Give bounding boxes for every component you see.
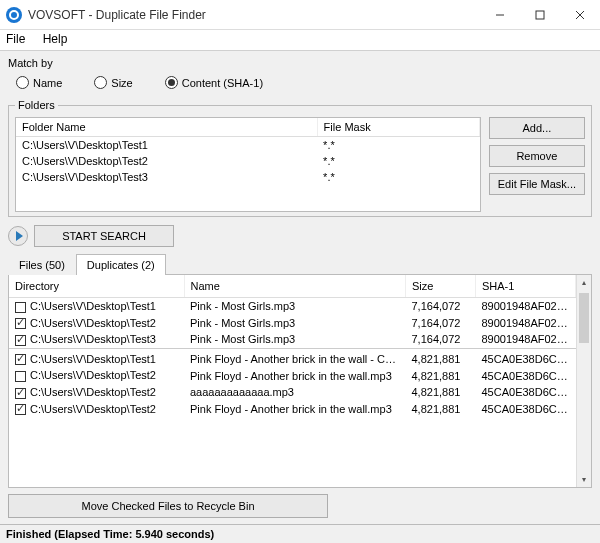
- scrollbar-thumb[interactable]: [579, 293, 589, 343]
- match-by-group: Match by Name Size Content (SHA-1): [8, 57, 592, 93]
- maximize-button[interactable]: [520, 0, 560, 29]
- folder-buttons: Add... Remove Edit File Mask...: [489, 117, 585, 212]
- folders-legend: Folders: [15, 99, 58, 111]
- folder-mask: *.*: [317, 153, 479, 169]
- scroll-down-icon[interactable]: ▾: [577, 472, 591, 487]
- result-row[interactable]: C:\Users\V\Desktop\Test1Pink - Most Girl…: [9, 298, 576, 315]
- cell-sha1: 45CA0E38D6CA...: [476, 367, 576, 384]
- folders-table[interactable]: Folder Name File Mask C:\Users\V\Desktop…: [15, 117, 481, 212]
- folder-mask: *.*: [317, 169, 479, 185]
- cell-name: Pink Floyd - Another brick in the wall.m…: [184, 401, 406, 418]
- cell-sha1: 45CA0E38D6CA...: [476, 348, 576, 367]
- cell-size: 7,164,072: [406, 298, 476, 315]
- result-row[interactable]: C:\Users\V\Desktop\Test2aaaaaaaaaaaaa.mp…: [9, 384, 576, 401]
- radio-icon: [16, 76, 29, 89]
- search-row: START SEARCH: [8, 225, 592, 247]
- tab-files[interactable]: Files (50): [8, 254, 76, 275]
- add-button[interactable]: Add...: [489, 117, 585, 139]
- folder-row[interactable]: C:\Users\V\Desktop\Test1*.*: [16, 137, 479, 154]
- cell-size: 7,164,072: [406, 331, 476, 348]
- col-size[interactable]: Size: [406, 275, 476, 298]
- remove-button[interactable]: Remove: [489, 145, 585, 167]
- checkbox[interactable]: [15, 388, 26, 399]
- radio-icon: [94, 76, 107, 89]
- cell-name: aaaaaaaaaaaaa.mp3: [184, 384, 406, 401]
- cell-sha1: 45CA0E38D6CA...: [476, 401, 576, 418]
- result-tabs: Files (50) Duplicates (2): [8, 253, 592, 275]
- checkbox[interactable]: [15, 335, 26, 346]
- title-bar: VOVSOFT - Duplicate File Finder: [0, 0, 600, 30]
- col-file-mask[interactable]: File Mask: [317, 118, 479, 137]
- col-directory[interactable]: Directory: [9, 275, 184, 298]
- tab-duplicates[interactable]: Duplicates (2): [76, 254, 166, 275]
- app-logo-icon: [6, 7, 22, 23]
- checkbox[interactable]: [15, 302, 26, 313]
- cell-size: 4,821,881: [406, 348, 476, 367]
- cell-name: Pink Floyd - Another brick in the wall.m…: [184, 367, 406, 384]
- svg-rect-1: [536, 11, 544, 19]
- folder-path: C:\Users\V\Desktop\Test2: [16, 153, 317, 169]
- checkbox[interactable]: [15, 318, 26, 329]
- cell-sha1: 89001948AF020...: [476, 331, 576, 348]
- radio-name[interactable]: Name: [16, 76, 62, 89]
- move-to-recycle-button[interactable]: Move Checked Files to Recycle Bin: [8, 494, 328, 518]
- status-text: Finished (Elapsed Time: 5.940 seconds): [6, 528, 214, 540]
- result-row[interactable]: C:\Users\V\Desktop\Test2Pink - Most Girl…: [9, 315, 576, 332]
- result-row[interactable]: C:\Users\V\Desktop\Test1Pink Floyd - Ano…: [9, 348, 576, 367]
- radio-content[interactable]: Content (SHA-1): [165, 76, 263, 89]
- cell-directory: C:\Users\V\Desktop\Test3: [9, 331, 184, 348]
- start-search-button[interactable]: START SEARCH: [34, 225, 174, 247]
- result-row[interactable]: C:\Users\V\Desktop\Test3Pink - Most Girl…: [9, 331, 576, 348]
- result-row[interactable]: C:\Users\V\Desktop\Test2Pink Floyd - Ano…: [9, 367, 576, 384]
- checkbox[interactable]: [15, 371, 26, 382]
- folder-row[interactable]: C:\Users\V\Desktop\Test3*.*: [16, 169, 479, 185]
- cell-size: 4,821,881: [406, 384, 476, 401]
- cell-sha1: 89001948AF020...: [476, 298, 576, 315]
- col-folder-name[interactable]: Folder Name: [16, 118, 317, 137]
- match-by-options: Name Size Content (SHA-1): [8, 72, 592, 93]
- play-icon[interactable]: [8, 226, 28, 246]
- cell-size: 4,821,881: [406, 367, 476, 384]
- cell-name: Pink - Most Girls.mp3: [184, 298, 406, 315]
- cell-name: Pink - Most Girls.mp3: [184, 331, 406, 348]
- folder-path: C:\Users\V\Desktop\Test3: [16, 169, 317, 185]
- status-bar: Finished (Elapsed Time: 5.940 seconds): [0, 524, 600, 543]
- scroll-up-icon[interactable]: ▴: [577, 275, 591, 290]
- cell-name: Pink Floyd - Another brick in the wall -…: [184, 348, 406, 367]
- cell-directory: C:\Users\V\Desktop\Test2: [9, 401, 184, 418]
- results-table[interactable]: Directory Name Size SHA-1 C:\Users\V\Des…: [9, 275, 576, 487]
- radio-icon: [165, 76, 178, 89]
- folder-path: C:\Users\V\Desktop\Test1: [16, 137, 317, 154]
- window-controls: [480, 0, 600, 29]
- col-sha1[interactable]: SHA-1: [476, 275, 576, 298]
- folder-row[interactable]: C:\Users\V\Desktop\Test2*.*: [16, 153, 479, 169]
- results-pane: Directory Name Size SHA-1 C:\Users\V\Des…: [8, 275, 592, 488]
- checkbox[interactable]: [15, 404, 26, 415]
- menu-help[interactable]: Help: [43, 32, 68, 46]
- cell-sha1: 45CA0E38D6CA...: [476, 384, 576, 401]
- radio-size[interactable]: Size: [94, 76, 132, 89]
- content-area: Match by Name Size Content (SHA-1) Folde…: [0, 51, 600, 524]
- cell-size: 4,821,881: [406, 401, 476, 418]
- vertical-scrollbar[interactable]: ▴ ▾: [576, 275, 591, 487]
- close-button[interactable]: [560, 0, 600, 29]
- cell-name: Pink - Most Girls.mp3: [184, 315, 406, 332]
- match-by-label: Match by: [8, 57, 592, 69]
- minimize-button[interactable]: [480, 0, 520, 29]
- cell-directory: C:\Users\V\Desktop\Test1: [9, 348, 184, 367]
- result-row[interactable]: C:\Users\V\Desktop\Test2Pink Floyd - Ano…: [9, 401, 576, 418]
- cell-directory: C:\Users\V\Desktop\Test2: [9, 315, 184, 332]
- cell-directory: C:\Users\V\Desktop\Test2: [9, 367, 184, 384]
- cell-sha1: 89001948AF020...: [476, 315, 576, 332]
- window-title: VOVSOFT - Duplicate File Finder: [28, 8, 480, 22]
- menu-file[interactable]: File: [6, 32, 25, 46]
- folder-mask: *.*: [317, 137, 479, 154]
- edit-file-mask-button[interactable]: Edit File Mask...: [489, 173, 585, 195]
- cell-directory: C:\Users\V\Desktop\Test2: [9, 384, 184, 401]
- cell-size: 7,164,072: [406, 315, 476, 332]
- checkbox[interactable]: [15, 354, 26, 365]
- col-name[interactable]: Name: [184, 275, 406, 298]
- menu-bar: File Help: [0, 30, 600, 51]
- folders-group: Folders Folder Name File Mask C:\Users\V…: [8, 99, 592, 217]
- cell-directory: C:\Users\V\Desktop\Test1: [9, 298, 184, 315]
